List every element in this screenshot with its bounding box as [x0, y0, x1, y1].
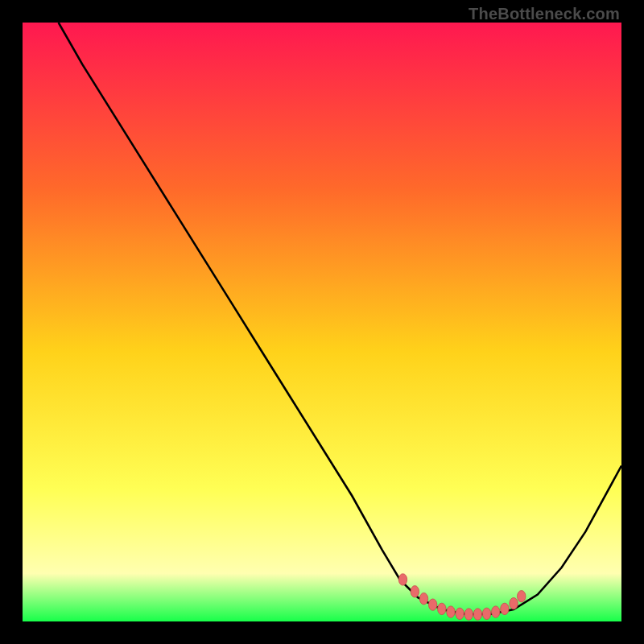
- chart-container: TheBottleneck.com: [0, 0, 644, 644]
- highlight-dot: [492, 606, 500, 617]
- bottleneck-curve: [59, 23, 621, 614]
- highlight-dot: [482, 608, 490, 619]
- chart-overlay: [23, 23, 621, 621]
- highlight-dot: [501, 603, 509, 614]
- highlight-dot: [411, 586, 419, 597]
- highlight-dot: [398, 574, 407, 585]
- highlight-dot: [464, 609, 473, 620]
- highlight-dot: [447, 606, 455, 617]
- highlight-dot: [510, 597, 518, 609]
- plot-area: [23, 23, 621, 621]
- watermark-label: TheBottleneck.com: [469, 5, 620, 23]
- highlight-dot: [518, 591, 526, 602]
- highlight-dot: [419, 593, 427, 605]
- highlight-dot: [456, 608, 464, 619]
- highlight-dot: [438, 603, 446, 614]
- highlight-dot: [428, 599, 436, 610]
- highlight-dot: [473, 609, 481, 620]
